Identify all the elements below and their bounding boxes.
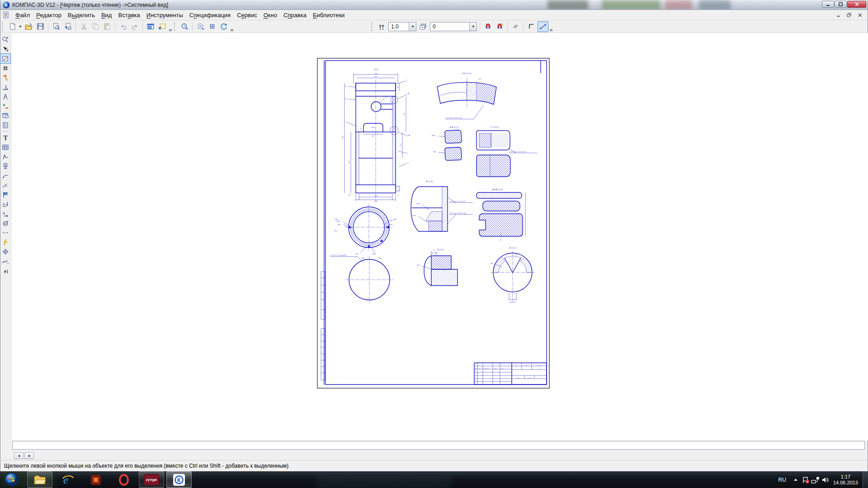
lightning-tool[interactable] xyxy=(0,237,10,247)
menu-insert[interactable]: Вставка xyxy=(115,10,143,20)
tray-expand-icon[interactable] xyxy=(791,471,801,488)
sketch-tool-selected[interactable] xyxy=(0,54,10,63)
dim-label: 52 xyxy=(515,254,518,256)
menu-libraries[interactable]: Библиотеки xyxy=(310,10,348,20)
title-bar[interactable]: K КОМПАС-3D V12 - [Чертеж (только чтение… xyxy=(0,0,868,10)
text-tool[interactable]: T xyxy=(0,133,10,142)
maximize-button[interactable] xyxy=(835,1,847,8)
ortho-corner-button[interactable] xyxy=(526,21,537,32)
start-button[interactable] xyxy=(5,473,19,487)
child-close-button[interactable] xyxy=(856,12,864,19)
centerline-tool[interactable] xyxy=(0,228,10,237)
protractor-tool[interactable] xyxy=(0,92,10,101)
sphere-tool[interactable] xyxy=(0,218,10,228)
toolbar-overflow[interactable] xyxy=(230,20,234,33)
zoom-area-tool[interactable] xyxy=(0,35,10,44)
new-document-button[interactable] xyxy=(7,21,18,32)
menu-file[interactable]: Файл xyxy=(12,10,33,20)
current-scale-button[interactable] xyxy=(376,21,387,32)
open-folder-icon xyxy=(24,23,33,30)
network-icon[interactable] xyxy=(811,471,821,488)
parallel-mode-button[interactable] xyxy=(510,21,521,32)
flag-tool[interactable] xyxy=(0,190,10,199)
spline-tool[interactable] xyxy=(0,256,10,266)
viewport-tool[interactable] xyxy=(0,111,10,120)
clock[interactable]: 1:17 14.06.2013 xyxy=(830,474,863,486)
child-restore-button[interactable] xyxy=(845,12,853,19)
menu-help[interactable]: Справка xyxy=(280,10,310,20)
menu-tools[interactable]: Инструменты xyxy=(143,10,186,20)
toolbar-overflow[interactable] xyxy=(549,20,553,33)
menu-specification[interactable]: Спецификация xyxy=(186,10,234,20)
datum-tool[interactable]: A xyxy=(0,161,10,171)
ortho-drawing-button[interactable] xyxy=(538,21,548,32)
volume-icon[interactable] xyxy=(821,471,830,488)
action-center-flag-icon[interactable] xyxy=(801,471,811,488)
letter-down-tool[interactable]: А xyxy=(0,199,10,209)
menu-select[interactable]: Выделить xyxy=(65,10,98,20)
snap-settings-magnet-button[interactable] xyxy=(494,21,505,32)
minimize-button[interactable] xyxy=(822,1,834,8)
spreadsheet-tool[interactable] xyxy=(0,120,10,130)
taskbar-kompas-button[interactable]: К xyxy=(166,471,192,488)
leader-tool[interactable] xyxy=(0,171,10,180)
drawing-canvas[interactable]: А-А 1285 990 xyxy=(11,33,868,440)
taskbar-opera-button[interactable] xyxy=(111,471,137,488)
taskbar-media-button[interactable] xyxy=(83,471,108,488)
refresh-view-button[interactable] xyxy=(218,21,229,32)
zoom-document-button[interactable] xyxy=(179,21,190,32)
taskbar-ie-button[interactable]: e xyxy=(55,471,80,488)
toolbar-overflow[interactable] xyxy=(168,20,173,33)
open-button[interactable] xyxy=(23,21,34,32)
layer-combobox[interactable]: 0 xyxy=(430,22,477,31)
toolbar-grip[interactable] xyxy=(2,22,5,31)
drawing-sheet[interactable]: А-А 1285 990 xyxy=(317,58,550,389)
roughness-tool[interactable] xyxy=(0,152,10,161)
plus-minus-tool[interactable] xyxy=(0,101,10,111)
property-panel-strip[interactable] xyxy=(12,441,865,450)
language-indicator[interactable]: RU xyxy=(774,477,791,483)
zoom-area-button[interactable] xyxy=(195,21,206,32)
marking-tool[interactable]: E xyxy=(0,180,10,190)
toolbar-grip[interactable] xyxy=(174,22,177,31)
center-marker-tool[interactable] xyxy=(0,247,10,256)
layers-button[interactable] xyxy=(418,21,429,32)
taskbar-explorer-button[interactable] xyxy=(27,471,52,488)
redo-button[interactable] xyxy=(129,21,140,32)
child-minimize-button[interactable] xyxy=(834,12,842,19)
weld-mark: 2бР4 xyxy=(336,221,340,222)
undo-button[interactable] xyxy=(118,21,128,32)
import-document-button[interactable] xyxy=(62,21,73,32)
perpendicular-tool[interactable] xyxy=(0,82,10,92)
new-view-window-button[interactable] xyxy=(145,21,156,32)
menu-window[interactable]: Окно xyxy=(260,10,280,20)
menu-service[interactable]: Сервис xyxy=(234,10,260,20)
print-preview-button[interactable] xyxy=(51,21,61,32)
paste-button[interactable] xyxy=(102,21,113,32)
menu-view[interactable]: Вид xyxy=(98,10,115,20)
copy-button[interactable] xyxy=(90,21,101,32)
panel-expand-button[interactable] xyxy=(0,267,10,276)
close-button[interactable] xyxy=(847,1,866,8)
grid-tool[interactable] xyxy=(0,63,10,73)
new-document-dropdown[interactable] xyxy=(18,21,23,32)
show-desktop-button[interactable] xyxy=(863,471,868,488)
scale-combobox[interactable]: 1.0 xyxy=(388,22,416,31)
snap-magnet-button[interactable] xyxy=(482,21,493,32)
scale-dropdown-icon[interactable] xyxy=(409,23,416,31)
save-button[interactable] xyxy=(35,21,46,32)
scroll-left-button[interactable] xyxy=(14,452,24,459)
taskbar-zynga-button[interactable]: zynga xyxy=(139,471,164,488)
grid-toggle-button[interactable] xyxy=(207,21,217,32)
layer-dropdown-icon[interactable] xyxy=(469,23,476,31)
select-cursor-tool[interactable] xyxy=(0,44,10,54)
table-tool[interactable] xyxy=(0,142,10,152)
roughness-icon xyxy=(2,153,9,160)
cut-button[interactable] xyxy=(78,21,89,32)
window-arrange-button[interactable] xyxy=(157,21,168,32)
scroll-right-button[interactable] xyxy=(24,452,34,459)
letter-right-tool[interactable]: А xyxy=(0,209,10,218)
toolbar-grip[interactable] xyxy=(371,22,374,31)
hammer-tool[interactable] xyxy=(0,73,10,82)
menu-editor[interactable]: Редактор xyxy=(33,10,65,20)
